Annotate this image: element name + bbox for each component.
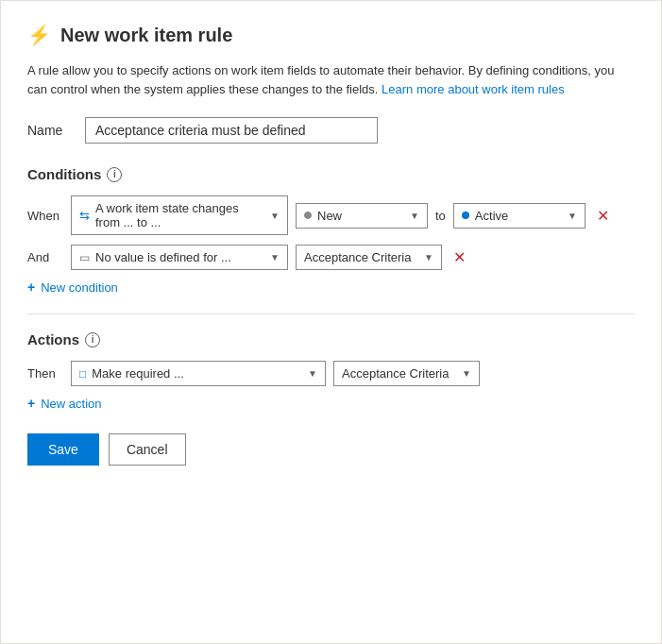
action-field-chevron: ▼	[462, 368, 471, 379]
and-field-value: Acceptance Criteria	[304, 250, 411, 264]
new-action-label: New action	[41, 397, 101, 411]
and-row: And ▭ No value is defined for ... ▼ Acce…	[27, 245, 635, 270]
action-field-value: Acceptance Criteria	[342, 366, 449, 381]
actions-title: Actions i	[27, 331, 635, 347]
and-remove-button[interactable]: ✕	[450, 246, 469, 268]
then-label: Then	[27, 366, 63, 381]
and-label: And	[27, 250, 63, 264]
footer-buttons: Save Cancel	[27, 433, 635, 466]
when-remove-button[interactable]: ✕	[593, 205, 613, 227]
new-condition-label: New condition	[41, 280, 118, 295]
makerequired-icon: □	[79, 367, 86, 381]
divider	[27, 314, 635, 314]
and-field-chevron: ▼	[424, 252, 433, 263]
new-condition-plus: +	[27, 280, 35, 295]
when-dropdown-chevron: ▼	[270, 211, 280, 221]
title-row: ⚡ New work item rule	[27, 24, 635, 46]
save-button[interactable]: Save	[27, 433, 99, 466]
and-dropdown-chevron: ▼	[270, 252, 280, 263]
when-state-to-value: Active	[475, 209, 508, 223]
name-input[interactable]	[85, 117, 378, 144]
when-label: When	[27, 209, 63, 223]
action-field-dropdown[interactable]: Acceptance Criteria ▼	[333, 361, 480, 386]
name-row: Name	[27, 117, 635, 144]
actions-info-icon[interactable]: i	[85, 332, 100, 347]
when-row: When ⇆ A work item state changes from ..…	[27, 195, 635, 235]
action-dropdown[interactable]: □ Make required ... ▼	[71, 361, 326, 386]
new-action-plus: +	[27, 396, 35, 411]
when-dropdown-value: A work item state changes from ... to ..…	[95, 201, 264, 229]
page-container: ⚡ New work item rule A rule allow you to…	[0, 0, 662, 644]
name-label: Name	[27, 123, 70, 138]
when-state-to-chevron: ▼	[568, 211, 577, 221]
action-dropdown-chevron: ▼	[308, 368, 317, 379]
conditions-section: Conditions i When ⇆ A work item state ch…	[27, 166, 635, 295]
then-row: Then □ Make required ... ▼ Acceptance Cr…	[27, 361, 635, 386]
and-field-dropdown[interactable]: Acceptance Criteria ▼	[296, 245, 442, 270]
conditions-title: Conditions i	[27, 166, 635, 182]
when-state-from-value: New	[317, 209, 342, 223]
active-state-dot	[462, 212, 469, 219]
actions-section: Actions i Then □ Make required ... ▼ Acc…	[27, 331, 635, 411]
cancel-button[interactable]: Cancel	[109, 433, 186, 466]
lightning-icon: ⚡	[27, 24, 51, 46]
page-title: New work item rule	[60, 25, 232, 46]
novalue-icon: ▭	[79, 251, 90, 264]
learn-more-link[interactable]: Learn more about work item rules	[382, 82, 565, 96]
and-condition-dropdown[interactable]: ▭ No value is defined for ... ▼	[71, 245, 288, 270]
when-state-from-dropdown[interactable]: New ▼	[296, 203, 428, 229]
when-state-from-chevron: ▼	[410, 211, 419, 221]
to-label: to	[435, 209, 446, 223]
new-condition-link[interactable]: + New condition	[27, 280, 118, 295]
when-condition-dropdown[interactable]: ⇆ A work item state changes from ... to …	[71, 195, 288, 235]
new-action-link[interactable]: + New action	[27, 396, 102, 411]
description: A rule allow you to specify actions on w…	[27, 61, 635, 98]
action-dropdown-value: Make required ...	[92, 366, 184, 381]
new-state-dot	[304, 212, 312, 219]
and-dropdown-value: No value is defined for ...	[95, 250, 231, 264]
arrows-icon: ⇆	[79, 209, 90, 223]
when-state-to-dropdown[interactable]: Active ▼	[453, 203, 586, 229]
conditions-info-icon[interactable]: i	[107, 167, 122, 182]
